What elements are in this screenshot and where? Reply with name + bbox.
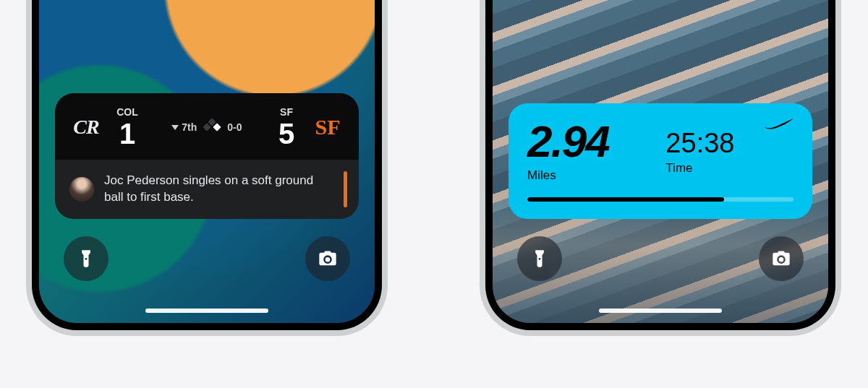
- home-indicator[interactable]: [599, 309, 722, 313]
- live-activity-nike[interactable]: 2.94 Miles 25:38 Time: [509, 103, 812, 219]
- camera-button[interactable]: [305, 236, 350, 281]
- home-team-abbr: SF: [280, 106, 293, 118]
- away-team-score: 1: [119, 119, 135, 148]
- svg-marker-0: [171, 125, 179, 130]
- lock-screen-right: 2.94 Miles 25:38 Time: [493, 0, 828, 323]
- home-score-col: SF 5: [269, 106, 304, 148]
- bases-diamond-icon: [204, 119, 220, 135]
- camera-icon: [318, 249, 338, 269]
- inning-indicator: 7th: [171, 121, 197, 133]
- count-text: 0-0: [227, 121, 242, 133]
- time-label: Time: [665, 161, 793, 176]
- nike-metrics-row: 2.94 Miles 25:38 Time: [527, 119, 793, 183]
- sports-play-row: Joc Pederson singles on a soft ground ba…: [55, 160, 359, 219]
- phone-frame-left: CR COL 1 7th: [26, 0, 388, 336]
- flashlight-button[interactable]: [64, 236, 109, 281]
- phone-bezel: CR COL 1 7th: [32, 0, 382, 330]
- run-progress-fill: [527, 197, 724, 202]
- camera-button[interactable]: [759, 236, 804, 281]
- lock-screen-left: CR COL 1 7th: [39, 0, 375, 323]
- team-accent-bar: [344, 171, 347, 207]
- distance-metric: 2.94 Miles: [527, 119, 665, 183]
- down-arrow-icon: [171, 124, 179, 131]
- home-team-score: 5: [278, 119, 294, 148]
- distance-value: 2.94: [527, 119, 665, 164]
- phone-bezel: 2.94 Miles 25:38 Time: [485, 0, 835, 330]
- live-activity-sports[interactable]: CR COL 1 7th: [55, 93, 359, 219]
- away-team-abbr: COL: [116, 106, 138, 118]
- home-indicator[interactable]: [145, 309, 268, 313]
- flashlight-button[interactable]: [517, 236, 562, 281]
- inning-text: 7th: [182, 121, 197, 133]
- run-progress-bar: [527, 197, 793, 202]
- lock-screen-controls: [493, 236, 828, 281]
- distance-label: Miles: [527, 168, 665, 183]
- camera-icon: [771, 249, 791, 269]
- flashlight-icon: [76, 249, 96, 269]
- rockies-logo-icon: CR: [69, 111, 103, 144]
- phone-frame-right: 2.94 Miles 25:38 Time: [480, 0, 841, 336]
- away-score-col: COL 1: [110, 106, 145, 148]
- player-avatar: [69, 177, 94, 202]
- flashlight-icon: [529, 249, 550, 269]
- giants-logo-icon: SF: [311, 111, 344, 144]
- nike-swoosh-icon: [763, 116, 795, 134]
- sports-score-row: CR COL 1 7th: [55, 93, 359, 160]
- play-description: Joc Pederson singles on a soft ground ba…: [104, 173, 344, 206]
- game-state: 7th 0-0: [152, 119, 262, 135]
- lock-screen-controls: [39, 236, 375, 281]
